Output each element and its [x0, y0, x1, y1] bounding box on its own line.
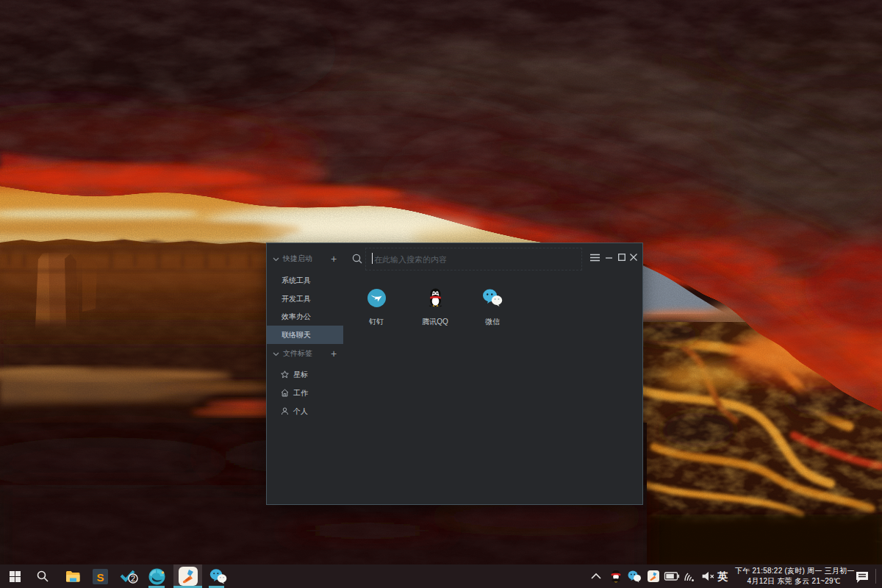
svg-text:S: S — [96, 570, 104, 583]
svg-text:2: 2 — [131, 574, 135, 583]
